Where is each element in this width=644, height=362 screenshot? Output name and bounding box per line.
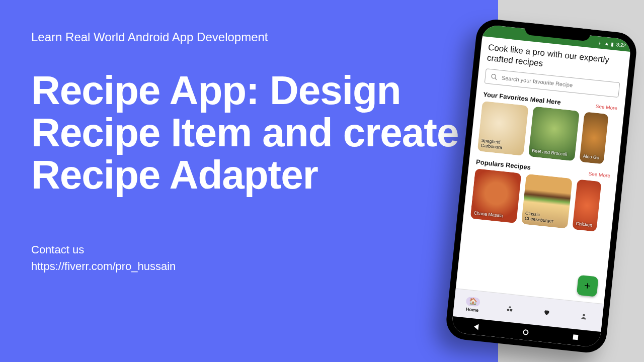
signal-icon: ▲ xyxy=(604,40,609,46)
search-placeholder: Search your favourite Recipe xyxy=(502,74,573,88)
recipe-card[interactable]: Classic Cheeseburger xyxy=(521,173,573,228)
popular-row[interactable]: Chana Masala Classic Cheeseburger Chicke… xyxy=(470,168,610,232)
favorites-row[interactable]: Spaghetti Carbonara Beef and Broccoli Al… xyxy=(477,101,617,164)
clock-icon: 3:22 xyxy=(616,42,626,48)
person-icon xyxy=(577,311,592,321)
subtitle: Learn Real World Android App Development xyxy=(31,30,473,44)
recipe-card[interactable]: Spaghetti Carbonara xyxy=(477,101,529,155)
home-icon: 🏠 xyxy=(465,296,480,307)
phone-mockup: ⭳ ▲ ▮ 3:22 Cook like a pro with our expe… xyxy=(444,18,638,354)
home-system-icon[interactable] xyxy=(523,329,529,335)
svg-point-4 xyxy=(583,314,585,316)
recipe-card[interactable]: Chicken xyxy=(572,179,601,231)
recipe-card[interactable]: Aloo Go xyxy=(580,112,609,164)
svg-rect-3 xyxy=(510,309,512,311)
svg-line-1 xyxy=(495,77,497,79)
favorites-see-more[interactable]: See More xyxy=(595,103,617,111)
promo-panel: Learn Real World Android App Development… xyxy=(0,0,498,362)
svg-point-2 xyxy=(507,308,509,311)
contact-label: Contact us xyxy=(31,241,473,258)
plus-icon: + xyxy=(584,279,592,293)
shapes-icon xyxy=(502,303,517,314)
download-icon: ⭳ xyxy=(597,40,603,46)
nav-categories[interactable] xyxy=(494,302,525,314)
main-title: Recipe App: Design Recipe Item and creat… xyxy=(31,69,473,196)
recipe-card[interactable]: Beef and Broccoli xyxy=(528,106,580,161)
nav-favorites[interactable] xyxy=(531,306,562,318)
contact-block: Contact us https://fiverr.com/pro_hussai… xyxy=(31,241,473,275)
recipe-card[interactable]: Chana Masala xyxy=(470,168,522,223)
popular-see-more[interactable]: See More xyxy=(588,170,610,178)
add-button[interactable]: + xyxy=(577,275,599,297)
heart-icon xyxy=(539,307,554,318)
nav-profile[interactable] xyxy=(569,310,600,322)
recents-icon[interactable] xyxy=(573,334,578,340)
nav-home[interactable]: 🏠 Home xyxy=(457,295,489,313)
back-icon[interactable] xyxy=(474,324,479,330)
battery-icon: ▮ xyxy=(611,41,614,47)
contact-url: https://fiverr.com/pro_hussain xyxy=(31,258,473,275)
search-icon xyxy=(491,73,498,80)
